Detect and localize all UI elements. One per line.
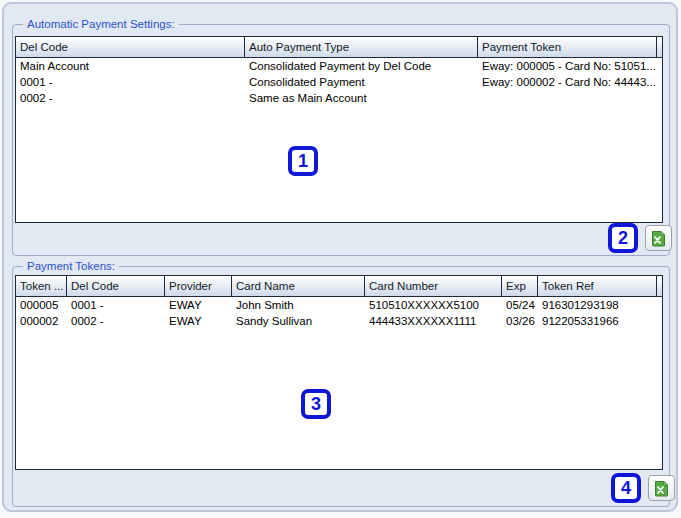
payment-settings-screen: { "colors": { "annotation_blue": "#1016d… (0, 0, 681, 518)
table-row[interactable]: 000005 0001 - EWAY John Smith 510510XXXX… (16, 297, 662, 313)
cell-del-code: 0002 - (67, 313, 165, 329)
cell-del-code: Main Account (16, 58, 245, 74)
column-header-del-code[interactable]: Del Code (16, 37, 245, 57)
annotation-callout-2: 2 (608, 223, 638, 253)
cell-exp: 05/24 (502, 297, 538, 313)
cell-card-name: John Smith (232, 297, 365, 313)
cell-del-code: 0001 - (16, 74, 245, 90)
excel-export-icon (653, 480, 670, 497)
export-to-excel-button-settings[interactable] (645, 225, 672, 251)
cell-del-code: 0002 - (16, 90, 245, 106)
settings-panel: Automatic Payment Settings: Del Code Aut… (2, 2, 678, 512)
annotation-callout-4: 4 (611, 473, 641, 503)
table-row[interactable]: 0002 - Same as Main Account (16, 90, 662, 106)
cell-token: 000005 (16, 297, 67, 313)
automatic-payment-settings-table: Del Code Auto Payment Type Payment Token… (15, 36, 663, 223)
column-header-card-number[interactable]: Card Number (365, 276, 502, 296)
column-header-filler (656, 37, 662, 57)
automatic-payment-settings-title: Automatic Payment Settings: (23, 17, 179, 32)
cell-auto-payment-type: Consolidated Payment by Del Code (245, 58, 478, 74)
column-header-token[interactable]: Token ... (16, 276, 67, 296)
cell-del-code: 0001 - (67, 297, 165, 313)
payment-tokens-title: Payment Tokens: (23, 259, 119, 274)
table-row[interactable]: Main Account Consolidated Payment by Del… (16, 58, 662, 74)
cell-provider: EWAY (165, 297, 232, 313)
column-header-card-name[interactable]: Card Name (232, 276, 365, 296)
export-to-excel-button-tokens[interactable] (648, 475, 675, 501)
annotation-callout-3: 3 (301, 389, 331, 419)
cell-payment-token: Eway: 000002 - Card No: 44443... (478, 74, 662, 90)
cell-provider: EWAY (165, 313, 232, 329)
table-header-row: Del Code Auto Payment Type Payment Token (16, 37, 662, 58)
column-header-exp[interactable]: Exp (502, 276, 538, 296)
cell-payment-token: Eway: 000005 - Card No: 51051... (478, 58, 662, 74)
table-row[interactable]: 0001 - Consolidated Payment Eway: 000002… (16, 74, 662, 90)
cell-token-ref: 912205331966 (538, 313, 662, 329)
column-header-del-code[interactable]: Del Code (67, 276, 165, 296)
excel-export-icon (650, 230, 667, 247)
payment-tokens-table: Token ... Del Code Provider Card Name Ca… (15, 275, 663, 470)
cell-card-number: 444433XXXXXX1111 (365, 313, 502, 329)
column-header-filler (656, 276, 662, 296)
cell-auto-payment-type: Consolidated Payment (245, 74, 478, 90)
cell-payment-token (478, 90, 662, 106)
cell-token-ref: 916301293198 (538, 297, 662, 313)
annotation-callout-1: 1 (288, 146, 318, 176)
cell-token: 000002 (16, 313, 67, 329)
column-header-token-ref[interactable]: Token Ref (538, 276, 656, 296)
column-header-provider[interactable]: Provider (165, 276, 232, 296)
cell-card-name: Sandy Sullivan (232, 313, 365, 329)
cell-exp: 03/26 (502, 313, 538, 329)
cell-auto-payment-type: Same as Main Account (245, 90, 478, 106)
column-header-payment-token[interactable]: Payment Token (478, 37, 656, 57)
column-header-auto-payment-type[interactable]: Auto Payment Type (245, 37, 478, 57)
cell-card-number: 510510XXXXXX5100 (365, 297, 502, 313)
table-header-row: Token ... Del Code Provider Card Name Ca… (16, 276, 662, 297)
table-row[interactable]: 000002 0002 - EWAY Sandy Sullivan 444433… (16, 313, 662, 329)
